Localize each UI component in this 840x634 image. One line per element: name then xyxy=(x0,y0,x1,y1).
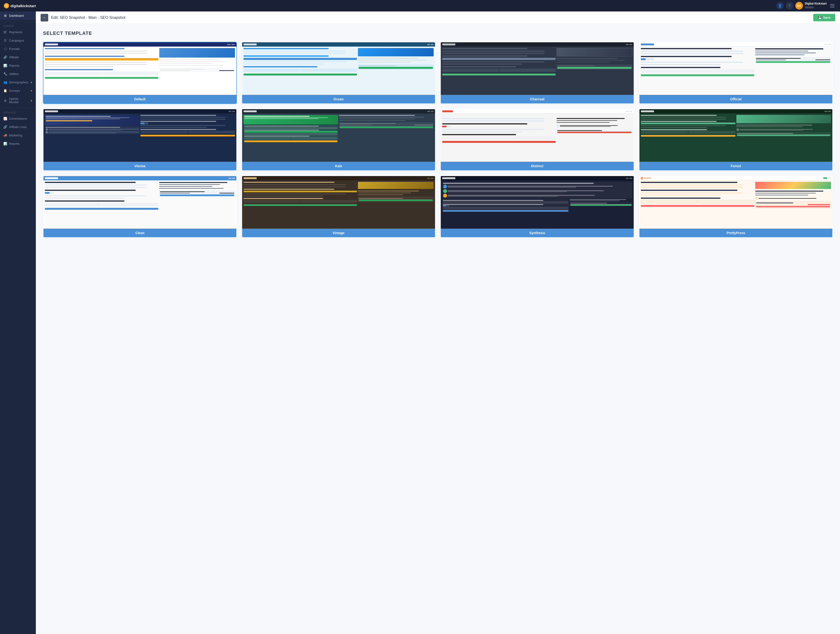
star-icon: ★ xyxy=(30,100,33,102)
vendor-group-title: Vendor xyxy=(0,23,36,28)
template-preview-synthesis: ✓ ✓ ✓ xyxy=(441,176,634,229)
sidebar-item-label: Campaigns xyxy=(9,39,24,42)
back-button[interactable]: ← xyxy=(41,14,48,22)
demographics-icon: 👥 xyxy=(3,81,7,84)
template-card-charcoal[interactable]: Charcoal xyxy=(440,42,634,104)
sidebar-item-label: Uptime Monitor xyxy=(9,97,28,104)
sidebar-item-campaigns[interactable]: ☰ Campaigns xyxy=(0,36,36,45)
sidebar-item-label: Commissions xyxy=(9,117,27,120)
template-label-distinct: Distinct xyxy=(441,162,634,170)
template-label-default: Default xyxy=(43,95,236,103)
payments-icon: 🛒 xyxy=(3,30,7,34)
sidebar-item-label: Reports xyxy=(9,142,20,145)
user-info: Digital Kickstart Vendor xyxy=(805,2,827,9)
sidebar-item-payments[interactable]: 🛒 Payments xyxy=(0,28,36,36)
toolbar: ← Edit: SEO Snapshot - Main - SEO Snapsh… xyxy=(36,11,840,24)
page-content: SELECT TEMPLATE xyxy=(36,24,840,634)
template-preview-vintage xyxy=(242,176,435,229)
template-preview-prettypress: ✓ xyxy=(639,176,832,229)
sidebar-item-affiliate[interactable]: 🔗 Affiliate xyxy=(0,53,36,62)
page-title: Edit: SEO Snapshot - Main - SEO Snapshot xyxy=(51,16,810,20)
uptime-icon: 🖥 xyxy=(3,99,7,103)
sidebar: ⊞ Dashboard Vendor 🛒 Payments ☰ Campaign… xyxy=(0,11,36,634)
template-card-ocean[interactable]: Ocean xyxy=(242,42,436,104)
template-card-default[interactable]: Default xyxy=(43,42,237,104)
template-preview-ocean xyxy=(242,42,435,95)
template-label-vienna: Vienna xyxy=(43,162,236,170)
top-nav: ⊙ digitalkickstart 👤 ? DK Digital Kickst… xyxy=(0,0,840,11)
sidebar-item-surveys[interactable]: 📋 Surveys ★ xyxy=(0,87,36,95)
template-card-distinct[interactable]: Distinct xyxy=(440,109,634,171)
template-preview-default xyxy=(43,42,236,95)
sidebar-item-label: Utilities xyxy=(9,73,19,76)
sidebar-item-marketing[interactable]: 📣 Marketing xyxy=(0,131,36,139)
sidebar-item-uptime-monitor[interactable]: 🖥 Uptime Monitor ★ xyxy=(0,95,36,106)
template-card-official[interactable]: Official xyxy=(639,42,833,104)
logo-icon: ⊙ xyxy=(4,3,9,8)
sidebar-item-label: Funnels xyxy=(9,47,20,51)
sidebar-divider xyxy=(0,21,36,22)
star-icon: ★ xyxy=(30,81,33,84)
affiliate-group-title: Affiliate xyxy=(0,109,36,114)
user-profile: DK Digital Kickstart Vendor xyxy=(795,2,827,9)
grid-icon: ⊞ xyxy=(3,14,7,17)
content-area: ← Edit: SEO Snapshot - Main - SEO Snapsh… xyxy=(36,11,840,634)
sidebar-item-label: Affiliate Links xyxy=(9,125,27,129)
template-card-forest[interactable]: Forest xyxy=(639,109,833,171)
sidebar-item-affiliate-links[interactable]: 🔗 Affiliate Links xyxy=(0,123,36,131)
user-name: Digital Kickstart xyxy=(805,2,827,6)
save-button[interactable]: 💾 Save xyxy=(813,14,835,21)
app-logo: ⊙ digitalkickstart xyxy=(4,3,36,8)
hamburger-line xyxy=(830,7,835,7)
star-icon: ★ xyxy=(30,89,33,92)
sidebar-item-demographics[interactable]: 👥 Demographics ★ xyxy=(0,78,36,87)
template-preview-kale xyxy=(242,109,435,162)
template-card-synthesis[interactable]: ✓ ✓ ✓ xyxy=(440,175,634,238)
sidebar-item-dashboard[interactable]: ⊞ Dashboard xyxy=(0,11,36,20)
sidebar-item-utilities[interactable]: 🔧 Utilities xyxy=(0,70,36,78)
sidebar-item-label: Reports xyxy=(9,64,20,67)
affiliate-icon: 🔗 xyxy=(3,55,7,59)
template-label-ocean: Ocean xyxy=(242,95,435,103)
user-icon-btn[interactable]: 👤 xyxy=(776,2,784,9)
template-card-vintage[interactable]: Vintage xyxy=(242,175,436,238)
sidebar-item-label: Marketing xyxy=(9,134,22,137)
sidebar-item-affiliate-reports[interactable]: 📊 Reports xyxy=(0,139,36,148)
hamburger-menu[interactable] xyxy=(829,2,836,9)
template-card-vienna[interactable]: Vienna xyxy=(43,109,237,171)
template-card-prettypress[interactable]: ✓ xyxy=(639,175,833,238)
template-preview-charcoal xyxy=(441,42,634,95)
main-layout: ⊞ Dashboard Vendor 🛒 Payments ☰ Campaign… xyxy=(0,11,840,634)
hamburger-line xyxy=(830,4,835,5)
funnels-icon: ⬡ xyxy=(3,47,7,51)
reports-icon: 📊 xyxy=(3,64,7,67)
campaigns-icon: ☰ xyxy=(3,39,7,42)
avatar: DK xyxy=(795,2,803,9)
template-card-clean[interactable]: Clean xyxy=(43,175,237,238)
sidebar-item-funnels[interactable]: ⬡ Funnels xyxy=(0,45,36,53)
template-label-prettypress: PrettyPress xyxy=(639,229,832,237)
commissions-icon: 📈 xyxy=(3,117,7,120)
template-label-vintage: Vintage xyxy=(242,229,435,237)
save-label: Save xyxy=(823,16,831,19)
template-grid: Default xyxy=(43,42,833,238)
sidebar-item-commissions[interactable]: 📈 Commissions xyxy=(0,114,36,123)
template-preview-clean xyxy=(43,176,236,229)
template-label-kale: Kale xyxy=(242,162,435,170)
top-nav-right: 👤 ? DK Digital Kickstart Vendor xyxy=(776,2,836,9)
template-label-synthesis: Synthesis xyxy=(441,229,634,237)
help-icon-btn[interactable]: ? xyxy=(786,2,793,9)
sidebar-item-reports[interactable]: 📊 Reports xyxy=(0,62,36,70)
template-preview-forest xyxy=(639,109,832,162)
template-label-official: Official xyxy=(639,95,832,103)
app-name: digitalkickstart xyxy=(11,4,36,8)
sidebar-item-label: Payments xyxy=(9,30,22,34)
affiliate-links-icon: 🔗 xyxy=(3,125,7,129)
marketing-icon: 📣 xyxy=(3,134,7,137)
hamburger-line xyxy=(830,5,835,6)
template-preview-official xyxy=(639,42,832,95)
sidebar-item-label: Affiliate xyxy=(9,56,19,59)
affiliate-reports-icon: 📊 xyxy=(3,142,7,145)
template-card-kale[interactable]: Kale xyxy=(242,109,436,171)
sidebar-item-label: Dashboard xyxy=(9,14,24,17)
